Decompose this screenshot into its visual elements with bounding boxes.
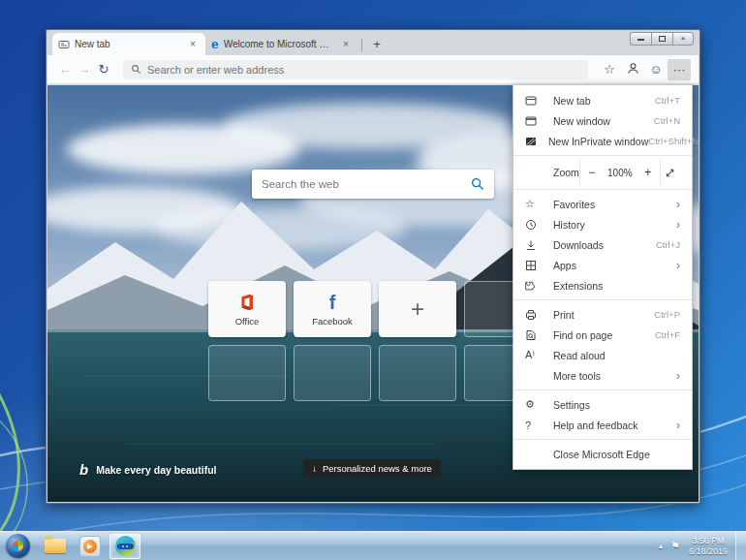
maximize-button[interactable] [651, 32, 672, 46]
menu-item-print[interactable]: Print Ctrl+P [513, 304, 692, 325]
menu-item-label: Settings [553, 399, 680, 411]
fullscreen-button[interactable] [660, 160, 680, 185]
menu-item-label: New InPrivate window [548, 136, 648, 147]
favorites-star-icon[interactable]: ☆ [598, 62, 621, 77]
menu-item-new-tab[interactable]: New tab Ctrl+T [513, 90, 692, 110]
menu-item-label: Help and feedback [553, 420, 676, 431]
action-center-flag-icon[interactable]: ⚑ [668, 540, 683, 552]
menu-separator [513, 389, 692, 390]
search-icon[interactable] [471, 177, 484, 191]
edge-canary-band [117, 544, 134, 549]
menu-item-label: Favorites [553, 199, 676, 210]
system-tray: ▴ ⚑ 3:56 PM 6/18/2019 [654, 532, 746, 560]
menu-item-find-on-page[interactable]: Find on page Ctrl+F [513, 325, 692, 345]
media-player-icon: ▶ [79, 536, 101, 557]
tab-new-tab[interactable]: New tab × [52, 33, 205, 55]
close-tab-icon[interactable]: × [186, 38, 200, 51]
menu-item-label: Downloads [553, 239, 656, 251]
clock-time: 3:56 PM [689, 536, 728, 546]
menu-item-close-microsoft-edge[interactable]: Close Microsoft Edge [513, 444, 692, 464]
minimize-icon [637, 39, 644, 41]
profile-icon[interactable] [621, 62, 644, 78]
tab-title: New tab [75, 39, 181, 49]
taskbar-media-player-button[interactable]: ▶ [75, 534, 106, 559]
menu-item-label: New tab [553, 95, 655, 107]
menu-item-shortcut: Ctrl+T [655, 95, 680, 106]
menu-separator [513, 189, 692, 190]
personalized-news-button[interactable]: ↓ Personalized news & more [303, 459, 441, 478]
menu-item-shortcut: Ctrl+J [656, 239, 680, 250]
menu-item-shortcut: Ctrl+N [654, 115, 680, 126]
address-bar[interactable] [123, 60, 588, 79]
chevron-right-icon: › [676, 259, 680, 272]
maximize-icon [659, 36, 666, 42]
feedback-smiley-icon[interactable]: ☺ [644, 62, 668, 77]
menu-separator [513, 155, 692, 156]
menu-item-label: Apps [553, 260, 676, 271]
address-input[interactable] [147, 64, 580, 76]
window-titlebar[interactable]: New tab × e Welcome to Microsoft Edge Ca… [47, 30, 699, 55]
menu-item-label: Extensions [553, 280, 680, 292]
bing-promo[interactable]: b Make every day beautiful [79, 461, 216, 478]
folder-icon [45, 539, 66, 553]
web-search-input[interactable] [262, 178, 471, 190]
forward-button[interactable]: → [75, 62, 94, 77]
new-window-icon [525, 115, 542, 127]
ghost-tile [379, 345, 456, 401]
close-window-button[interactable]: × [672, 32, 694, 46]
quick-links-row-1: Office f Facebook + [208, 281, 542, 337]
tile-facebook[interactable]: f Facebook [294, 281, 371, 337]
new-tab-icon [525, 95, 542, 107]
extensions-icon [525, 280, 542, 292]
menu-item-read-aloud[interactable]: A⁾ Read aloud [513, 345, 692, 365]
menu-item-favorites[interactable]: ☆ Favorites › [513, 194, 692, 214]
close-tab-icon[interactable]: × [339, 38, 353, 51]
menu-item-help-and-feedback[interactable]: ? Help and feedback › [513, 415, 692, 435]
minimize-button[interactable] [630, 32, 651, 46]
menu-item-downloads[interactable]: Downloads Ctrl+J [513, 234, 692, 255]
taskbar: ▶ ▴ ⚑ 3:56 PM 6/18/2019 [0, 531, 746, 560]
tile-label: Facebook [312, 316, 353, 327]
menu-item-extensions[interactable]: Extensions [513, 275, 692, 296]
taskbar-explorer-button[interactable] [40, 534, 71, 559]
start-button[interactable] [6, 534, 30, 558]
apps-icon [525, 260, 542, 271]
tile-office[interactable]: Office [208, 281, 286, 337]
ghost-tile [294, 345, 371, 401]
tile-label: Office [235, 316, 260, 327]
zoom-in-button[interactable]: + [637, 166, 660, 179]
menu-item-new-inprivate-window[interactable]: New InPrivate window Ctrl+Shift+N [513, 131, 692, 151]
office-logo-icon [237, 293, 257, 312]
play-icon: ▶ [83, 540, 97, 553]
zoom-out-button[interactable]: − [580, 166, 604, 179]
menu-item-apps[interactable]: Apps › [513, 255, 692, 275]
chevron-right-icon: › [676, 369, 680, 383]
add-site-tile[interactable]: + [379, 281, 456, 337]
inprivate-window-icon [525, 136, 537, 147]
print-icon [525, 309, 542, 321]
taskbar-clock[interactable]: 3:56 PM 6/18/2019 [689, 536, 728, 557]
new-tab-button[interactable]: + [367, 35, 387, 54]
chevron-right-icon: › [676, 198, 680, 211]
web-search-box[interactable] [252, 170, 494, 199]
bing-promo-text: Make every day beautiful [96, 464, 216, 476]
menu-item-shortcut: Ctrl+P [654, 309, 680, 320]
menu-item-new-window[interactable]: New window Ctrl+N [513, 110, 692, 131]
menu-item-more-tools[interactable]: More tools › [513, 365, 692, 386]
settings-and-more-button[interactable]: ··· [668, 59, 691, 80]
ghost-tile [208, 345, 286, 401]
browser-toolbar: ← → ↻ ☆ ☺ ··· [47, 55, 699, 84]
tab-divider [361, 39, 362, 51]
refresh-button[interactable]: ↻ [94, 62, 113, 77]
person-icon [627, 62, 639, 75]
tab-welcome[interactable]: e Welcome to Microsoft Edge Can × [205, 33, 358, 55]
tab-strip: New tab × e Welcome to Microsoft Edge Ca… [52, 33, 387, 55]
show-hidden-icons-button[interactable]: ▴ [654, 542, 668, 550]
back-button[interactable]: ← [55, 62, 75, 77]
menu-item-settings[interactable]: ⚙ Settings [513, 394, 692, 415]
menu-item-shortcut: Ctrl+Shift+N [648, 136, 699, 146]
taskbar-edge-canary-button[interactable] [109, 534, 140, 559]
facebook-logo-icon: f [329, 293, 336, 312]
show-desktop-button[interactable] [735, 532, 746, 560]
menu-item-history[interactable]: History › [513, 214, 692, 234]
